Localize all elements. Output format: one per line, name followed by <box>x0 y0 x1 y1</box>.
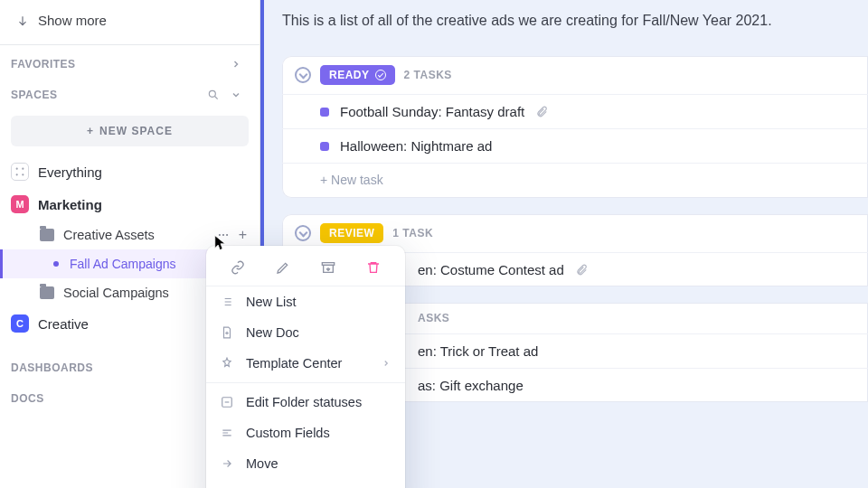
partial-task-count: ASKS <box>418 312 449 324</box>
spaces-chevron-icon[interactable] <box>231 89 241 100</box>
move-icon <box>221 457 235 470</box>
docs-label: DOCS <box>11 392 44 405</box>
creative-badge: C <box>11 314 29 333</box>
fields-icon <box>221 427 235 439</box>
marketing-label: Marketing <box>38 197 102 212</box>
folder-add-icon[interactable]: + <box>239 229 247 241</box>
fall-ad-label: Fall Ad Campaigns <box>70 257 176 271</box>
status-square-icon <box>320 108 329 117</box>
doc-icon <box>221 326 235 339</box>
favorites-label: FAVORITES <box>11 58 76 70</box>
favorites-chevron-icon <box>231 59 241 70</box>
ctx-custom-fields[interactable]: Custom Fields <box>206 418 405 448</box>
spaces-label: SPACES <box>11 89 57 101</box>
new-space-label: NEW SPACE <box>99 125 173 137</box>
status-ready-label: READY <box>329 69 370 81</box>
list-dot-icon <box>53 261 59 267</box>
status-pill-ready[interactable]: READY <box>320 65 395 85</box>
attachment-icon[interactable] <box>575 264 588 277</box>
everything-label: Everything <box>38 164 102 180</box>
task-row[interactable]: Halloween: Nightmare ad <box>282 128 868 163</box>
status-review-label: REVIEW <box>329 227 374 239</box>
collapse-toggle[interactable] <box>295 67 311 83</box>
ctx-new-list[interactable]: New List <box>206 286 405 317</box>
ctx-template-center[interactable]: Template Center <box>206 348 405 379</box>
ctx-link-icon[interactable] <box>227 258 249 277</box>
svg-point-2 <box>22 168 24 170</box>
dashboards-label: DASHBOARDS <box>11 361 93 374</box>
marketing-badge: M <box>11 195 29 213</box>
list-icon <box>221 296 235 308</box>
ctx-duplicate[interactable]: Duplicate <box>206 479 405 488</box>
svg-point-5 <box>219 234 221 236</box>
creative-label: Creative <box>38 316 89 332</box>
folder-icon <box>40 286 54 299</box>
chevron-right-icon <box>382 359 391 368</box>
svg-point-1 <box>16 168 18 170</box>
svg-point-0 <box>209 90 215 97</box>
show-more-button[interactable]: Show more <box>0 5 259 45</box>
new-space-button[interactable]: + NEW SPACE <box>11 116 249 146</box>
show-more-label: Show more <box>38 13 107 28</box>
ctx-custom-fields-label: Custom Fields <box>246 426 330 440</box>
status-group-ready: READY 2 TASKS Football Sunday: Fantasy d… <box>282 56 868 198</box>
task-title: Halloween: Nightmare ad <box>340 138 492 154</box>
ctx-new-doc[interactable]: New Doc <box>206 317 405 348</box>
social-label: Social Campaigns <box>63 286 169 300</box>
ctx-new-doc-label: New Doc <box>246 325 299 340</box>
search-icon[interactable] <box>207 89 220 101</box>
ctx-archive-icon[interactable] <box>317 258 339 277</box>
ctx-separator <box>206 382 405 383</box>
template-icon <box>221 357 235 370</box>
statuses-icon <box>221 396 235 408</box>
favorites-header[interactable]: FAVORITES <box>0 45 259 76</box>
ctx-template-center-label: Template Center <box>246 356 342 371</box>
status-square-icon <box>320 142 329 151</box>
review-task-count: 1 TASK <box>392 227 433 239</box>
task-title: as: Gift exchange <box>418 378 524 393</box>
svg-point-6 <box>222 234 224 236</box>
ctx-edit-statuses-label: Edit Folder statuses <box>246 395 362 409</box>
ctx-move[interactable]: Move <box>206 448 405 479</box>
ctx-edit-statuses[interactable]: Edit Folder statuses <box>206 387 405 418</box>
context-menu: New List New Doc Template Center Edit Fo… <box>206 246 405 488</box>
ready-task-count: 2 TASKS <box>404 69 452 81</box>
folder-icon <box>40 229 54 241</box>
ctx-trash-icon[interactable] <box>363 258 384 277</box>
ctx-new-list-label: New List <box>246 295 297 309</box>
sidebar-item-everything[interactable]: Everything <box>0 155 259 188</box>
check-circle-icon <box>375 70 386 80</box>
svg-point-4 <box>22 174 24 175</box>
plus-icon: + <box>87 125 94 137</box>
attachment-icon[interactable] <box>535 106 548 118</box>
spaces-header[interactable]: SPACES <box>0 76 259 107</box>
sidebar-item-marketing[interactable]: M Marketing <box>0 188 259 221</box>
arrow-down-icon <box>16 14 29 27</box>
svg-point-3 <box>16 174 18 175</box>
creative-assets-label: Creative Assets <box>63 228 155 242</box>
ctx-edit-icon[interactable] <box>272 258 294 277</box>
collapse-toggle[interactable] <box>295 225 311 241</box>
task-title: Football Sunday: Fantasy draft <box>340 104 524 119</box>
folder-more-icon[interactable] <box>217 229 230 241</box>
new-task-button[interactable]: + New task <box>282 163 868 198</box>
page-description: This is a list of all of the creative ad… <box>282 13 868 56</box>
task-title: en: Costume Contest ad <box>418 262 564 277</box>
svg-point-7 <box>226 234 228 236</box>
task-title: en: Trick or Treat ad <box>418 343 538 359</box>
status-pill-review[interactable]: REVIEW <box>320 223 383 243</box>
task-row[interactable]: Football Sunday: Fantasy draft <box>282 94 868 128</box>
grid-icon <box>11 163 29 181</box>
ctx-move-label: Move <box>246 456 278 471</box>
